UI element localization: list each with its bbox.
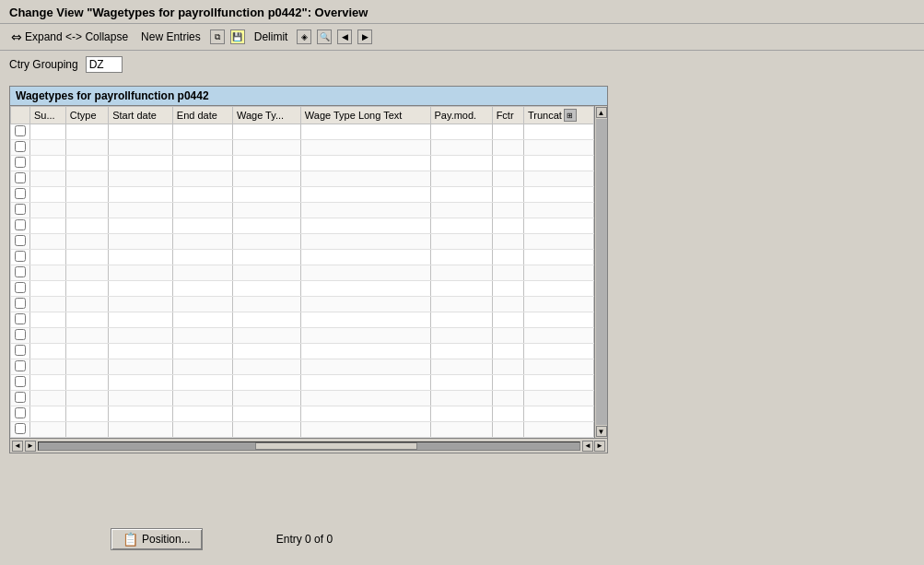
table-row [11, 218, 594, 234]
vertical-scrollbar: ▲ ▼ [594, 106, 607, 438]
row-checkbox[interactable] [15, 360, 26, 371]
diamond-icon[interactable]: ◈ [297, 29, 311, 44]
title-bar: Change View "Wagetypes for payrollfuncti… [0, 0, 924, 24]
row-checkbox[interactable] [15, 392, 26, 403]
position-button[interactable]: 📋 Position... [111, 528, 203, 550]
row-checkbox[interactable] [15, 141, 26, 152]
hscroll-next-button[interactable]: ► [594, 441, 605, 452]
table-row [11, 312, 594, 328]
position-label: Position... [142, 533, 191, 546]
row-checkbox[interactable] [15, 266, 26, 277]
horizontal-scrollbar: ◄ ► ◄ ► [10, 438, 607, 453]
col-header-wagety: Wage Ty... [232, 107, 300, 124]
hscroll-track[interactable] [38, 441, 580, 451]
column-settings-icon[interactable]: ⊞ [564, 109, 577, 122]
delimit-button[interactable]: Delimit [251, 29, 292, 45]
row-checkbox[interactable] [15, 235, 26, 246]
row-checkbox[interactable] [15, 313, 26, 324]
hscroll-left-button[interactable]: ◄ [12, 441, 23, 452]
table-row [11, 375, 594, 391]
scroll-down-button[interactable]: ▼ [596, 426, 607, 437]
table-row [11, 328, 594, 344]
table-row [11, 359, 594, 375]
col-header-ctype: Ctype [65, 107, 108, 124]
hscroll-prev-button[interactable]: ◄ [582, 441, 593, 452]
table-row [11, 344, 594, 359]
data-table: Su... Ctype Start date End date Wage Ty.… [10, 106, 594, 438]
table-row [11, 171, 594, 187]
position-icon: 📋 [123, 532, 138, 547]
table-row [11, 234, 594, 250]
table-row [11, 422, 594, 438]
hscroll-thumb[interactable] [255, 442, 417, 450]
row-checkbox[interactable] [15, 125, 26, 136]
save-icon[interactable]: 💾 [230, 29, 245, 44]
copy-icon[interactable]: ⧉ [210, 29, 225, 44]
table-row [11, 203, 594, 218]
ctry-grouping-label: Ctry Grouping [9, 58, 78, 71]
table-row [11, 124, 594, 140]
next-page-icon[interactable]: ▶ [357, 29, 372, 44]
table-container: Wagetypes for payrollfunction p0442 Su..… [9, 86, 608, 453]
filter-row: Ctry Grouping [0, 51, 924, 78]
row-checkbox[interactable] [15, 329, 26, 340]
table-row [11, 250, 594, 265]
expand-collapse-button[interactable]: ⇔ Expand <-> Collapse [7, 28, 132, 46]
row-checkbox[interactable] [15, 188, 26, 199]
table-row [11, 297, 594, 312]
new-entries-button[interactable]: New Entries [137, 29, 205, 45]
prev-page-icon[interactable]: ◀ [337, 29, 352, 44]
table-wrapper: Su... Ctype Start date End date Wage Ty.… [10, 106, 607, 438]
col-header-paymod: Pay.mod. [430, 107, 492, 124]
ctry-grouping-input[interactable] [86, 56, 123, 73]
row-checkbox[interactable] [15, 157, 26, 168]
row-checkbox[interactable] [15, 298, 26, 309]
expand-collapse-label: Expand <-> Collapse [25, 30, 128, 43]
find-icon[interactable]: 🔍 [317, 29, 332, 44]
toolbar: ⇔ Expand <-> Collapse New Entries ⧉ 💾 De… [0, 24, 924, 51]
row-checkbox[interactable] [15, 423, 26, 434]
table-row [11, 391, 594, 406]
row-checkbox[interactable] [15, 251, 26, 262]
delimit-label: Delimit [254, 30, 288, 43]
hscroll-right-button[interactable]: ► [25, 441, 36, 452]
main-content: Wagetypes for payrollfunction p0442 Su..… [0, 78, 924, 461]
title-text: Change View "Wagetypes for payrollfuncti… [9, 6, 368, 19]
table-row [11, 265, 594, 281]
row-checkbox[interactable] [15, 345, 26, 356]
row-checkbox[interactable] [15, 407, 26, 418]
new-entries-label: New Entries [141, 30, 201, 43]
row-checkbox[interactable] [15, 172, 26, 183]
table-row [11, 156, 594, 171]
row-checkbox[interactable] [15, 282, 26, 293]
table-row [11, 140, 594, 156]
truncat-label: Truncat [528, 110, 562, 121]
col-header-enddate: End date [172, 107, 232, 124]
bottom-bar: 📋 Position... Entry 0 of 0 [0, 528, 924, 550]
scroll-up-button[interactable]: ▲ [596, 107, 607, 118]
col-header-fctr: Fctr [492, 107, 523, 124]
col-header-subtype: Su... [30, 107, 66, 124]
col-header-truncat: Truncat ⊞ [523, 107, 593, 124]
entry-info: Entry 0 of 0 [276, 533, 333, 546]
col-header-wagetypelongtext: Wage Type Long Text [300, 107, 430, 124]
expand-icon: ⇔ [11, 29, 22, 44]
row-checkbox[interactable] [15, 219, 26, 230]
table-row [11, 281, 594, 297]
col-header-select [11, 107, 30, 124]
table-title: Wagetypes for payrollfunction p0442 [10, 87, 607, 106]
row-checkbox[interactable] [15, 376, 26, 387]
table-row [11, 406, 594, 422]
col-header-startdate: Start date [109, 107, 173, 124]
table-row [11, 187, 594, 203]
row-checkbox[interactable] [15, 204, 26, 215]
